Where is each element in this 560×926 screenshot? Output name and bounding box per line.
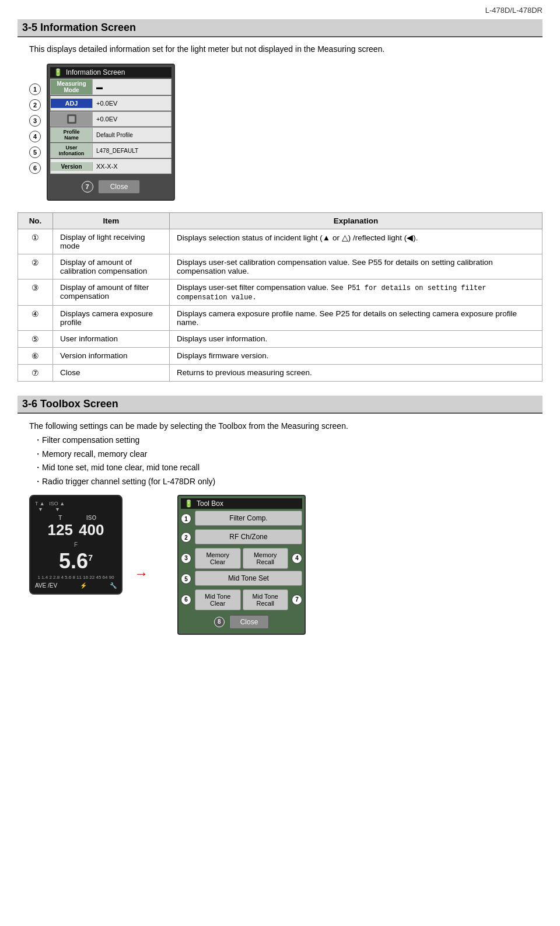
table-row: ① Display of light receiving mode Displa… xyxy=(18,229,542,254)
table-cell-item: Display of light receiving mode xyxy=(53,229,170,254)
toolbox-circle-5: 5 xyxy=(181,574,191,584)
table-cell-num: ⑦ xyxy=(18,365,53,382)
toolbox-circle-2: 2 xyxy=(181,532,191,543)
toolbox-title-text: Tool Box xyxy=(197,499,223,508)
table-cell-explanation: Displays camera exposure profile name. S… xyxy=(170,306,542,331)
table-cell-num: ① xyxy=(18,229,53,254)
toolbox-intro: The following settings can be made by se… xyxy=(29,420,531,489)
toolbox-screen-wrapper: 🔋 Tool Box 1 Filter Comp. 2 RF Ch/Zone 3… xyxy=(160,495,306,635)
toolbox-circle-1: 1 xyxy=(181,513,191,524)
toolbox-row-2: 2 RF Ch/Zone xyxy=(181,529,302,546)
mid-tone-recall-button[interactable]: Mid ToneRecall xyxy=(243,589,289,610)
row-label-adj: ADJ xyxy=(51,99,93,108)
section-3-5-intro: This displays detailed information set f… xyxy=(29,43,531,55)
circle-2: 2 xyxy=(29,99,41,111)
table-header-no: No. xyxy=(18,213,53,229)
memory-clear-button[interactable]: MemoryClear xyxy=(195,548,241,569)
toolbox-circle-3: 3 xyxy=(181,553,191,564)
mid-tone-pair: Mid ToneClear Mid ToneRecall xyxy=(195,589,288,610)
info-row-adj: ADJ +0.0EV xyxy=(50,96,172,111)
table-cell-item: Display of amount of filter compensation xyxy=(53,279,170,306)
section-3-5-header: 3-5 Information Screen xyxy=(18,19,542,37)
rf-ch-zone-button[interactable]: RF Ch/Zone xyxy=(195,529,302,544)
info-screen-title: Information Screen xyxy=(66,68,125,76)
table-cell-item: Display of amount of calibration compens… xyxy=(53,254,170,279)
camera-bottom-icons: AVE /EV ⚡ 🔧 xyxy=(35,582,117,589)
toolbox-close-row: 8 Close xyxy=(181,613,302,631)
toolbox-intro-text: The following settings can be made by se… xyxy=(29,420,531,434)
battery-icon: 🔋 xyxy=(54,68,62,76)
info-screen-diagram: 🔋 Information Screen MeasuringMode ▬ ADJ… xyxy=(47,64,175,201)
row-label-profile: ProfileName xyxy=(51,128,93,142)
info-row-user: UserInfonation L478_DEFAULT xyxy=(50,143,172,158)
section-3-6-title: 3-6 Toolbox Screen xyxy=(22,398,118,410)
toolbox-circle-6: 6 xyxy=(181,595,191,605)
bullet-1: ・Filter compensation setting xyxy=(34,434,531,448)
info-table: No. Item Explanation ① Display of light … xyxy=(18,212,542,382)
toolbox-row-1: 1 Filter Comp. xyxy=(181,511,302,527)
table-row: ⑤ User information Displays user informa… xyxy=(18,331,542,348)
bullet-4: ・Radio trigger channel setting (for L-47… xyxy=(34,475,531,489)
toolbox-battery-icon: 🔋 xyxy=(184,499,193,508)
mid-tone-clear-button[interactable]: Mid ToneClear xyxy=(195,589,241,610)
circle-numbers-left: 1 2 3 4 5 6 xyxy=(29,81,41,176)
table-cell-item: Displays camera exposure profile xyxy=(53,306,170,331)
row-value-filter: +0.0EV xyxy=(93,114,171,124)
toolbox-screen: 🔋 Tool Box 1 Filter Comp. 2 RF Ch/Zone 3… xyxy=(177,495,306,635)
info-screen-container: 1 2 3 4 5 6 🔋 Information Screen Measuri… xyxy=(29,64,531,201)
table-cell-explanation: Displays user-set calibration compensati… xyxy=(170,254,542,279)
table-cell-num: ④ xyxy=(18,306,53,331)
svg-rect-1 xyxy=(69,116,75,122)
info-row-profile: ProfileName Default Profile xyxy=(50,127,172,142)
camera-t-value: T 125 xyxy=(48,515,73,539)
toolbox-circle-4: 4 xyxy=(292,553,302,564)
table-cell-item: User information xyxy=(53,331,170,348)
toolbox-close-button[interactable]: Close xyxy=(229,615,270,629)
row-value-user: L478_DEFAULT xyxy=(93,146,171,155)
row-label-version: Version xyxy=(51,162,93,171)
table-row: ③ Display of amount of filter compensati… xyxy=(18,279,542,306)
table-row: ④ Displays camera exposure profile Displ… xyxy=(18,306,542,331)
table-cell-item: Close xyxy=(53,365,170,382)
row-label-measuring: MeasuringMode xyxy=(51,79,93,95)
toolbox-circle-8: 8 xyxy=(214,617,225,627)
info-row-filter: +0.0EV xyxy=(50,111,172,127)
camera-scale: 1 1.4 2 2.8 4 5.6 8 11 16 22 45 64 90 xyxy=(35,575,117,580)
camera-top-bar: T ▲ ISO ▲ ▼ ▼ xyxy=(35,501,117,512)
toolbox-row-6-7: 6 Mid ToneClear Mid ToneRecall 7 xyxy=(181,589,302,610)
row-label-filter xyxy=(51,112,93,126)
circle-4: 4 xyxy=(29,131,41,142)
filter-icon xyxy=(66,113,78,125)
info-row-measuring: MeasuringMode ▬ xyxy=(50,79,172,95)
table-row: ② Display of amount of calibration compe… xyxy=(18,254,542,279)
circle-3: 3 xyxy=(29,115,41,127)
row-value-adj: +0.0EV xyxy=(93,99,171,108)
info-screen-close-bar: 7 Close xyxy=(50,176,172,197)
table-row: ⑥ Version information Displays firmware … xyxy=(18,348,542,365)
circle-5: 5 xyxy=(29,146,41,158)
row-value-measuring: ▬ xyxy=(93,82,171,92)
bolt-icon: ⚡ xyxy=(80,582,87,589)
table-cell-num: ② xyxy=(18,254,53,279)
table-cell-explanation: Returns to previous measuring screen. xyxy=(170,365,542,382)
close-circle-7: 7 xyxy=(82,181,93,193)
circle-6: 6 xyxy=(29,162,41,174)
memory-recall-button[interactable]: MemoryRecall xyxy=(243,548,289,569)
circle-1: 1 xyxy=(29,83,41,95)
camera-f-value: 5.67 xyxy=(35,549,117,574)
page-header: L-478D/L-478DR xyxy=(18,6,542,15)
row-label-user: UserInfonation xyxy=(51,144,93,158)
document-title: L-478D/L-478DR xyxy=(485,6,542,15)
filter-comp-button[interactable]: Filter Comp. xyxy=(195,511,302,526)
toolbox-row-3-4: 3 MemoryClear MemoryRecall 4 xyxy=(181,548,302,569)
info-close-button[interactable]: Close xyxy=(98,180,141,194)
table-cell-explanation: Displays selection status of incident li… xyxy=(170,229,542,254)
camera-iso-value: ISO 400 xyxy=(79,515,104,539)
info-screen-title-bar: 🔋 Information Screen xyxy=(50,67,172,78)
toolbox-diagrams-container: T ▲ ISO ▲ ▼ ▼ T 125 ISO 400 F 5.67 1 1.4… xyxy=(29,495,531,635)
table-cell-explanation: Displays firmware version. xyxy=(170,348,542,365)
mid-tone-set-button[interactable]: Mid Tone Set xyxy=(195,571,302,586)
row-value-profile: Default Profile xyxy=(93,131,171,139)
table-cell-explanation: Displays user information. xyxy=(170,331,542,348)
toolbox-title-bar: 🔋 Tool Box xyxy=(181,498,302,509)
